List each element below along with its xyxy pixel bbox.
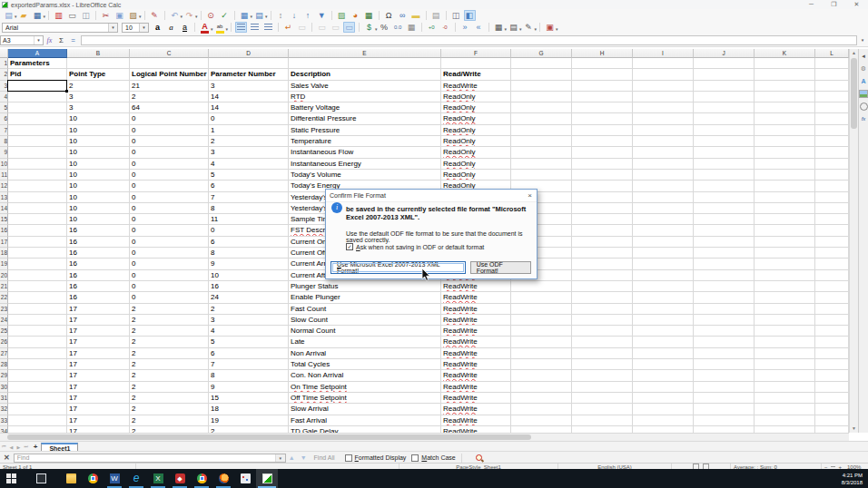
cell-A34[interactable] [8,426,67,433]
cut-icon[interactable]: ✂ [99,10,113,21]
cell-K28[interactable] [755,359,815,370]
sum-icon[interactable]: Σ [55,36,67,44]
last-sheet-icon[interactable]: ⏭︎ [24,444,28,450]
column-header-K[interactable]: K [755,49,815,58]
cell-I12[interactable] [633,181,694,191]
taskbar-app-firefox[interactable] [212,469,234,488]
cell-J29[interactable] [694,370,755,381]
cell-D19[interactable]: 9 [209,259,289,269]
cell-D7[interactable]: 1 [209,125,289,136]
cell-H33[interactable] [572,415,633,426]
row-header-11[interactable]: 11 [0,170,8,181]
cell-H14[interactable] [572,203,633,214]
cell-A2[interactable]: Pid [8,69,67,80]
cell-D17[interactable]: 6 [209,237,289,248]
cell-C17[interactable]: 0 [130,237,209,248]
cell-C12[interactable]: 0 [130,181,209,191]
cell-A33[interactable] [8,415,67,426]
cell-K16[interactable] [755,225,815,236]
cell-I14[interactable] [633,203,694,214]
cell-B13[interactable]: 10 [67,192,130,203]
cell-I17[interactable] [633,237,694,248]
cell-B4[interactable]: 3 [67,92,130,102]
row-header-18[interactable]: 18 [0,248,8,259]
cell-I16[interactable] [633,225,694,236]
cell-A29[interactable] [8,370,67,381]
cell-A4[interactable] [8,92,67,102]
cell-D30[interactable]: 9 [209,382,289,393]
cell-E4[interactable]: RTD [289,92,441,102]
find-all-label[interactable]: Find All [314,454,335,461]
cell-D33[interactable]: 19 [209,415,289,426]
select-all-corner[interactable] [0,49,8,58]
cell-K32[interactable] [755,404,815,415]
cell-H15[interactable] [572,214,633,225]
cell-K4[interactable] [755,92,815,102]
row-header-4[interactable]: 4 [0,92,8,102]
cell-L4[interactable] [815,92,849,102]
cell-J34[interactable] [694,426,755,433]
dialog-title-bar[interactable]: Confirm File Format × [326,190,537,202]
cell-L21[interactable] [815,281,849,292]
cell-K27[interactable] [755,348,815,359]
column-header-A[interactable]: A [8,49,67,58]
row-header-8[interactable]: 8 [0,136,8,147]
cell-K19[interactable] [755,259,815,269]
cell-F8[interactable]: ReadOnly [441,136,511,147]
scroll-up-icon[interactable]: ▲ [850,49,858,57]
cell-E32[interactable]: Slow Arrival [289,404,441,415]
print-preview-icon[interactable]: ◫ [79,10,93,21]
cell-E7[interactable]: Static Pressure [289,125,441,136]
cell-L14[interactable] [815,203,849,214]
cell-I18[interactable] [633,248,694,259]
conditional-formatting-icon[interactable]: ▣▾ [543,22,558,33]
cell-B18[interactable]: 16 [67,248,130,259]
freeze-panes-icon[interactable]: ◧ [463,10,477,21]
cell-G31[interactable] [511,393,572,404]
cell-D1[interactable] [209,58,289,69]
cell-F29[interactable]: ReadWrite [441,370,511,381]
row-header-28[interactable]: 28 [0,359,8,370]
cell-H34[interactable] [572,426,633,433]
cell-J13[interactable] [694,192,755,203]
cell-J20[interactable] [694,270,755,281]
sort-ascending-icon[interactable]: ↓ [288,10,301,21]
cell-I30[interactable] [633,382,694,393]
cell-J33[interactable] [694,415,755,426]
row-header-27[interactable]: 27 [0,348,8,359]
cell-E23[interactable]: Fast Count [289,304,441,315]
cell-J15[interactable] [694,214,755,225]
cell-L31[interactable] [815,393,849,404]
cell-G22[interactable] [511,292,572,303]
cell-C33[interactable]: 2 [130,415,209,426]
cell-A16[interactable] [8,225,67,236]
cell-K17[interactable] [755,237,815,248]
cell-I20[interactable] [633,270,694,281]
cell-B5[interactable]: 3 [67,102,130,113]
insert-chart-icon[interactable]: ◕ [349,10,362,21]
cell-I28[interactable] [633,359,694,370]
cell-J6[interactable] [694,113,755,124]
taskbar-app-roclink[interactable]: ◆ [169,469,191,488]
cell-K12[interactable] [755,181,815,191]
cell-D21[interactable]: 16 [209,281,289,292]
cell-L33[interactable] [815,415,849,426]
cell-F25[interactable]: ReadWrite [441,326,511,337]
cell-K31[interactable] [755,393,815,404]
cell-E26[interactable]: Late [289,337,441,347]
cell-J18[interactable] [694,248,755,259]
cell-B27[interactable]: 17 [67,348,130,359]
cell-E25[interactable]: Normal Count [289,326,441,337]
underline-icon[interactable]: a [178,22,192,33]
cell-G9[interactable] [511,147,572,158]
cell-F10[interactable]: ReadOnly [441,159,511,170]
cell-A21[interactable] [8,281,67,292]
cell-C6[interactable]: 0 [130,113,209,124]
find-replace-icon[interactable]: ⊙ [204,10,218,21]
name-box[interactable]: A3 ▾ [0,35,44,45]
cell-J19[interactable] [694,259,755,269]
cell-L34[interactable] [815,426,849,433]
cell-B29[interactable]: 17 [67,370,130,381]
cell-C10[interactable]: 0 [130,159,209,170]
formatted-display-label[interactable]: Formatted Display [355,454,407,461]
